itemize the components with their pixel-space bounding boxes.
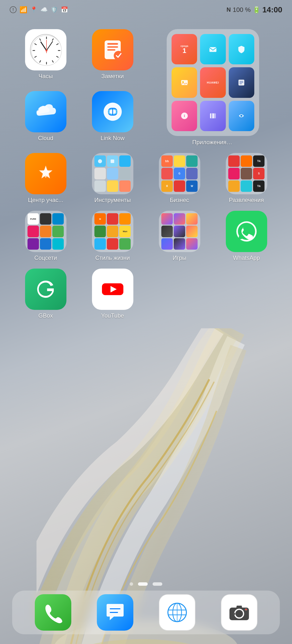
business-folder-icon: hh G Я W xyxy=(159,153,200,194)
mini-gallery xyxy=(172,67,197,98)
linknow-label: Link Now xyxy=(100,135,124,142)
app-lifestyle-folder[interactable]: M Мал Стиль жизни xyxy=(82,211,143,261)
lifestyle-folder-icon: M Мал xyxy=(92,211,133,252)
svg-rect-25 xyxy=(181,80,188,85)
mini-mail xyxy=(200,34,226,64)
app-cloud[interactable]: Cloud xyxy=(15,91,77,146)
time-display: 14:00 xyxy=(262,5,282,14)
huawei-folder-box: среда 1 HUAWEI i xyxy=(167,29,259,136)
phone-icon xyxy=(35,594,71,631)
svg-text:i: i xyxy=(184,114,185,118)
tools-label: Инструменты xyxy=(94,197,131,204)
mini-capcut xyxy=(200,101,226,131)
dock-browser[interactable] xyxy=(159,594,195,631)
camera-icon xyxy=(221,594,257,631)
social-folder-icon: PURE xyxy=(25,211,66,252)
svg-point-18 xyxy=(46,50,47,52)
app-huawei-folder[interactable]: среда 1 HUAWEI i xyxy=(149,29,277,146)
svg-point-53 xyxy=(237,611,242,616)
youtube-icon xyxy=(92,268,133,310)
dock-camera[interactable] xyxy=(221,594,257,631)
app-youtube[interactable]: YouTube xyxy=(82,268,143,319)
svg-rect-40 xyxy=(111,159,114,163)
app-whatsapp[interactable]: WhatsApp xyxy=(215,211,277,261)
svg-rect-24 xyxy=(210,47,217,52)
app-social-folder[interactable]: PURE Соцсети xyxy=(15,211,77,261)
entertainment-folder-icon: Tik S Tik xyxy=(226,153,267,194)
dock-messages[interactable] xyxy=(97,594,133,631)
svg-point-56 xyxy=(245,609,247,610)
app-linknow[interactable]: Link Now xyxy=(82,91,143,146)
games-label: Игры xyxy=(173,254,186,261)
cloud-label: Cloud xyxy=(38,135,53,142)
nfc-indicator: N xyxy=(227,6,231,13)
gbox-label: GBox xyxy=(38,312,53,319)
app-notes[interactable]: Заметки xyxy=(82,29,143,84)
svg-rect-22 xyxy=(107,49,115,51)
browser-icon xyxy=(159,594,195,631)
mini-security xyxy=(229,34,254,64)
alert-icon: ! xyxy=(10,6,17,13)
dock-phone[interactable] xyxy=(35,594,71,631)
entertainment-label: Развлечения xyxy=(229,197,264,204)
tools-folder-icon xyxy=(92,153,133,194)
svg-rect-20 xyxy=(107,43,118,45)
linknow-icon xyxy=(92,91,133,132)
messages-icon xyxy=(97,594,133,631)
calendar-icon: 📅 xyxy=(61,6,68,13)
loyalty-label: Центр учас... xyxy=(28,197,63,204)
clock-label: Часы xyxy=(39,73,53,80)
page-dots xyxy=(130,582,162,586)
app-games-folder[interactable]: Игры xyxy=(149,211,210,261)
gbox-icon xyxy=(25,268,66,310)
lifestyle-label: Стиль жизни xyxy=(95,254,130,261)
app-loyalty[interactable]: Центр учас... xyxy=(15,153,77,204)
location-icon: 📍 xyxy=(30,6,38,13)
whatsapp-icon xyxy=(226,211,267,252)
youtube-label: YouTube xyxy=(101,312,124,319)
app-tools-folder[interactable]: Инструменты xyxy=(82,153,143,204)
mini-move xyxy=(229,101,254,131)
battery-percentage: 100 % xyxy=(233,6,251,14)
mini-info: i xyxy=(172,101,197,131)
mini-memo xyxy=(229,67,254,98)
page-dot-0[interactable] xyxy=(130,582,133,586)
app-business-folder[interactable]: hh G Я W Бизнес xyxy=(149,153,210,204)
svg-rect-34 xyxy=(212,114,216,118)
business-label: Бизнес xyxy=(170,197,189,204)
mini-calendar: среда 1 xyxy=(172,34,197,64)
status-bar: ! 📶 📍 ☁️ 🛡️ 📅 N 100 % 🔋 14:00 xyxy=(0,0,292,20)
status-right: N 100 % 🔋 14:00 xyxy=(227,5,282,14)
svg-point-55 xyxy=(233,613,235,615)
cloud-icon: ☁️ xyxy=(40,6,48,13)
svg-rect-21 xyxy=(107,46,118,48)
clock-icon xyxy=(25,29,66,70)
social-label: Соцсети xyxy=(34,254,57,261)
status-left-icons: ! 📶 📍 ☁️ 🛡️ 📅 xyxy=(10,6,68,14)
app-gbox[interactable]: GBox xyxy=(15,268,77,319)
svg-point-39 xyxy=(98,159,102,163)
wifi-icon: 📶 xyxy=(20,6,27,14)
whatsapp-label: WhatsApp xyxy=(233,254,260,261)
page-dot-2[interactable] xyxy=(153,582,162,586)
svg-point-23 xyxy=(114,51,123,60)
shield-icon: 🛡️ xyxy=(51,6,58,13)
mini-huawei-app: HUAWEI xyxy=(200,67,226,98)
notes-icon xyxy=(92,29,133,70)
notes-label: Заметки xyxy=(101,73,124,80)
games-folder-icon xyxy=(159,211,200,252)
battery-icon: 🔋 xyxy=(253,6,260,14)
cloud-app-icon xyxy=(25,91,66,132)
dock xyxy=(12,590,280,634)
page-dot-1[interactable] xyxy=(138,582,148,586)
app-entertainment-folder[interactable]: Tik S Tik Развлечения xyxy=(215,153,277,204)
loyalty-icon xyxy=(25,153,66,194)
home-grid: Часы Заметки среда 1 xyxy=(0,24,292,324)
app-clock[interactable]: Часы xyxy=(15,29,77,84)
huawei-folder-label: Приложения Huawei xyxy=(192,139,234,146)
